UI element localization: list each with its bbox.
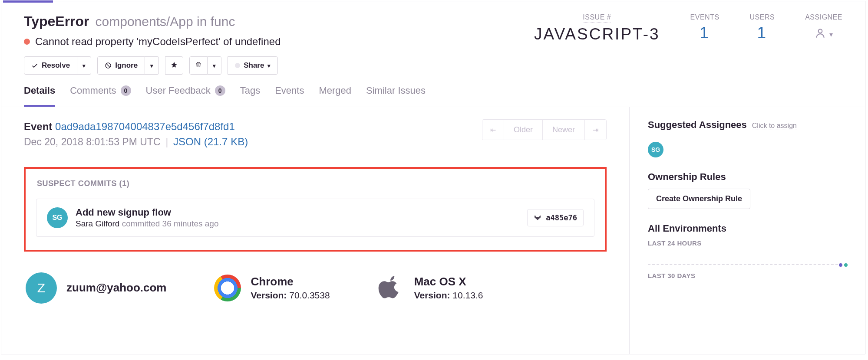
tab-user-feedback-label: User Feedback bbox=[146, 85, 211, 96]
svg-line-2 bbox=[106, 64, 110, 68]
event-json-link[interactable]: JSON (21.7 KB) bbox=[173, 136, 248, 147]
event-first-button[interactable]: ⇤ bbox=[482, 120, 504, 140]
context-browser-version: 70.0.3538 bbox=[289, 290, 330, 300]
context-user-email: zuum@yahoo.com bbox=[66, 281, 166, 295]
ban-icon bbox=[105, 62, 112, 69]
error-type: TypeError bbox=[24, 13, 89, 29]
share-button[interactable]: Share ▾ bbox=[228, 56, 278, 75]
commit-sha-link[interactable]: a485e76 bbox=[527, 209, 584, 226]
users-count-value[interactable]: 1 bbox=[757, 24, 768, 42]
chevron-down-icon: ▾ bbox=[83, 62, 86, 69]
tab-events[interactable]: Events bbox=[275, 85, 304, 107]
resolve-button[interactable]: Resolve bbox=[24, 56, 77, 75]
delete-caret-button[interactable]: ▾ bbox=[208, 56, 221, 75]
user-feedback-count-badge: 0 bbox=[215, 85, 225, 96]
tab-similar-issues[interactable]: Similar Issues bbox=[366, 85, 426, 107]
commit-author[interactable]: Sara Gilford bbox=[76, 219, 119, 228]
issue-number-label: ISSUE # bbox=[583, 13, 611, 23]
issue-number-value: JAVASCRIPT-3 bbox=[534, 25, 660, 43]
suggested-assignees-heading: Suggested Assignees Click to assign bbox=[648, 119, 847, 131]
avatar: SG bbox=[47, 207, 68, 228]
ignore-button[interactable]: Ignore bbox=[97, 56, 145, 75]
context-os[interactable]: Mac OS X Version: 10.13.6 bbox=[378, 275, 483, 301]
chevron-down-icon: ▾ bbox=[267, 62, 271, 69]
chevron-down-icon: ▾ bbox=[829, 30, 833, 39]
commit-time: 36 minutes ago bbox=[162, 219, 219, 228]
event-last-button[interactable]: ⇥ bbox=[584, 120, 606, 140]
chrome-icon bbox=[214, 275, 241, 301]
comments-count-badge: 0 bbox=[121, 85, 131, 96]
commit-sha: a485e76 bbox=[546, 213, 577, 222]
skip-last-icon: ⇥ bbox=[593, 126, 598, 134]
event-older-button[interactable]: Older bbox=[504, 120, 542, 140]
create-ownership-rule-button[interactable]: Create Ownership Rule bbox=[648, 189, 750, 209]
context-browser[interactable]: Chrome Version: 70.0.3538 bbox=[214, 275, 330, 301]
user-icon bbox=[815, 27, 826, 42]
suggested-assignee-avatar[interactable]: SG bbox=[648, 142, 663, 157]
tab-comments[interactable]: Comments 0 bbox=[70, 85, 131, 107]
tab-similar-label: Similar Issues bbox=[366, 85, 426, 96]
tab-details[interactable]: Details bbox=[24, 85, 55, 107]
ownership-rules-heading: Ownership Rules bbox=[648, 171, 847, 183]
resolve-caret-button[interactable]: ▾ bbox=[77, 56, 91, 75]
bookmark-button[interactable] bbox=[165, 56, 183, 75]
apple-icon bbox=[378, 275, 405, 301]
tab-user-feedback[interactable]: User Feedback 0 bbox=[146, 85, 225, 107]
delete-button[interactable] bbox=[189, 56, 208, 75]
events-count-value[interactable]: 1 bbox=[700, 24, 710, 42]
tab-tags-label: Tags bbox=[240, 85, 260, 96]
event-nav: ⇤ Older Newer ⇥ bbox=[482, 119, 607, 140]
error-message: Cannot read property 'myCodeIsPerfect' o… bbox=[35, 36, 281, 48]
suggested-assignees-title: Suggested Assignees bbox=[648, 119, 747, 131]
chevron-down-icon: ▾ bbox=[213, 62, 216, 69]
gitlab-icon bbox=[534, 213, 541, 223]
context-os-version: 10.13.6 bbox=[452, 290, 483, 300]
event-newer-button[interactable]: Newer bbox=[542, 120, 584, 140]
sparkline-placeholder bbox=[648, 264, 847, 265]
separator: | bbox=[165, 136, 168, 147]
context-os-version-label: Version: bbox=[414, 290, 450, 300]
error-location: components/App in func bbox=[96, 14, 235, 29]
event-label: Event bbox=[24, 121, 52, 132]
tab-events-label: Events bbox=[275, 85, 304, 96]
error-level-dot bbox=[24, 39, 30, 45]
tab-merged-label: Merged bbox=[319, 85, 351, 96]
suggested-assignees-hint: Click to assign bbox=[752, 122, 797, 130]
assignee-label: ASSIGNEE bbox=[805, 13, 842, 21]
tab-merged[interactable]: Merged bbox=[319, 85, 351, 107]
environments-heading[interactable]: All Environments bbox=[648, 223, 847, 234]
commit-action: committed bbox=[119, 219, 162, 228]
commit-title: Add new signup flow bbox=[76, 207, 219, 218]
tab-details-label: Details bbox=[24, 85, 55, 96]
suspect-commits-title: SUSPECT COMMITS (1) bbox=[36, 179, 594, 188]
event-timestamp: Dec 20, 2018 8:01:53 PM UTC bbox=[24, 136, 161, 147]
check-icon bbox=[31, 62, 38, 69]
last-24-hours-label: LAST 24 HOURS bbox=[648, 239, 847, 247]
context-browser-name: Chrome bbox=[251, 275, 330, 288]
share-status-dot bbox=[235, 63, 240, 68]
events-count-label: EVENTS bbox=[690, 13, 719, 21]
ignore-caret-button[interactable]: ▾ bbox=[145, 56, 159, 75]
context-os-name: Mac OS X bbox=[414, 275, 483, 288]
tab-tags[interactable]: Tags bbox=[240, 85, 260, 107]
ignore-label: Ignore bbox=[115, 61, 138, 70]
event-id-link[interactable]: 0ad9ada198704004837e5d456f7d8fd1 bbox=[55, 121, 235, 132]
star-icon bbox=[171, 61, 178, 70]
tab-comments-label: Comments bbox=[70, 85, 116, 96]
last-30-days-label: LAST 30 DAYS bbox=[648, 272, 847, 279]
suspect-commits-section: SUSPECT COMMITS (1) SG Add new signup fl… bbox=[24, 167, 607, 252]
avatar: Z bbox=[26, 272, 57, 304]
trash-icon bbox=[195, 61, 202, 70]
skip-first-icon: ⇤ bbox=[490, 126, 496, 134]
users-count-label: USERS bbox=[750, 13, 775, 21]
svg-point-0 bbox=[818, 29, 822, 33]
context-user[interactable]: Z zuum@yahoo.com bbox=[26, 272, 166, 304]
resolve-label: Resolve bbox=[42, 61, 70, 70]
assignee-picker[interactable]: ▾ bbox=[815, 27, 833, 42]
chevron-down-icon: ▾ bbox=[150, 62, 153, 69]
context-browser-version-label: Version: bbox=[251, 290, 287, 300]
commit-card[interactable]: SG Add new signup flow Sara Gilford comm… bbox=[36, 199, 594, 237]
share-label: Share bbox=[244, 61, 264, 70]
